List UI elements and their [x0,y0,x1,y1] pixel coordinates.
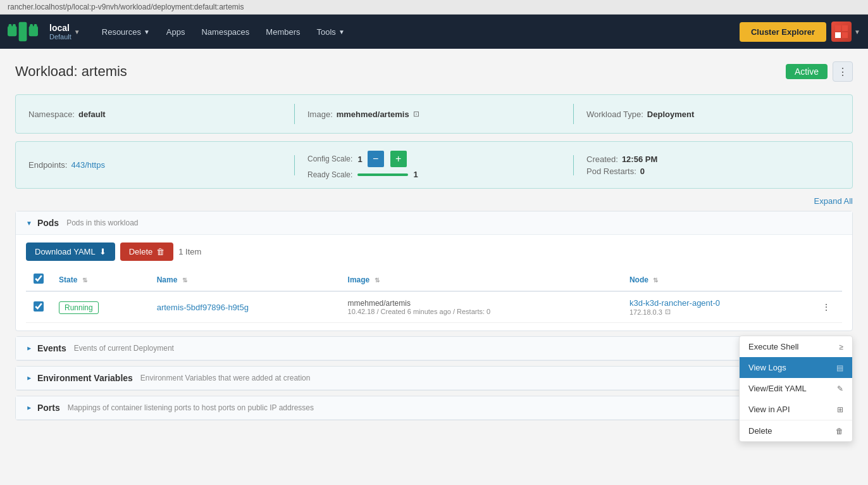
trash-icon: 🗑 [156,247,164,256]
workload-info-card: Namespace: default Image: mmehmed/artemi… [15,94,853,134]
sort-icon: ⇅ [653,277,658,284]
copy-icon[interactable]: ⊡ [665,308,671,316]
state-column-header[interactable]: State ⇅ [51,268,149,291]
ports-section: ▼ Ports Mappings of container listening … [15,396,853,420]
delete-label: Delete [748,426,831,436]
nav-cluster-name: local [49,23,71,33]
events-chevron-icon: ▼ [25,345,32,351]
context-menu: Execute Shell ≥ View Logs ▤ View/Edit YA… [739,336,853,438]
ports-chevron-icon: ▼ [25,405,32,411]
nav-cluster-selector[interactable]: local Default ▼ [43,19,87,44]
row-checkbox[interactable] [34,301,44,312]
scale-controls: Config Scale: 1 − + Ready Scale: 1 [307,151,418,179]
pods-body: Download YAML ⬇ Delete 🗑 1 Item [16,235,852,331]
name-column-header[interactable]: Name ⇅ [149,268,340,291]
svg-rect-7 [835,25,841,31]
scale-plus-button[interactable]: + [390,151,407,167]
copy-icon[interactable]: ⊡ [413,110,419,118]
pods-section-header[interactable]: ▼ Pods Pods in this workload [16,211,852,235]
nav-items: Resources ▼ Apps Namespaces Members Tool… [94,23,740,41]
namespace-cell: Namespace: default [28,110,294,119]
top-nav: local Default ▼ Resources ▼ Apps Namespa… [0,15,868,49]
ports-section-title: Ports [37,403,60,413]
pod-name-link[interactable]: artemis-5bdf97896-h9t5g [157,303,249,312]
table-row: Running artemis-5bdf97896-h9t5g mmehmed/… [26,291,842,323]
namespace-label: Namespace: [28,110,75,119]
env-vars-section-title: Environment Variables [37,373,133,383]
expand-all-row: Expand All [15,196,853,206]
svg-rect-3 [9,24,12,28]
page-title-actions: Active ⋮ [786,61,853,82]
cluster-explorer-button[interactable]: Cluster Explorer [740,22,826,42]
rancher-logo [8,22,38,42]
svg-rect-5 [30,24,33,28]
running-status-badge: Running [59,301,99,314]
page-title-row: Workload: artemis Active ⋮ [15,61,853,82]
user-chevron-icon[interactable]: ▼ [854,28,860,35]
download-yaml-button[interactable]: Download YAML ⬇ [26,242,115,261]
context-menu-execute-shell[interactable]: Execute Shell ≥ [740,336,852,357]
more-actions-button[interactable]: ⋮ [833,61,853,82]
row-actions-cell[interactable]: ⋮ [810,291,842,323]
view-api-label: View in API [748,405,832,414]
pods-section-title: Pods [37,218,59,228]
scale-minus-button[interactable]: − [368,151,384,167]
svg-rect-4 [13,24,16,28]
config-scale-label: Config Scale: [307,154,352,163]
nav-item-apps[interactable]: Apps [159,23,193,41]
select-all-header[interactable] [26,268,51,291]
workload-type-cell: Workload Type: Deployment [574,110,840,119]
events-section-title: Events [37,343,66,353]
created-label: Created: [586,154,618,164]
row-checkbox-cell[interactable] [26,291,51,323]
image-cell: Image: mmehmed/artemis ⊡ [295,110,573,119]
delete-button[interactable]: Delete 🗑 [120,242,174,261]
image-column-header[interactable]: Image ⇅ [340,268,622,291]
row-actions-button[interactable]: ⋮ [818,301,834,313]
context-menu-view-edit-yaml[interactable]: View/Edit YAML ✎ [740,378,852,399]
chevron-down-icon: ▼ [144,28,150,35]
expand-all-button[interactable]: Expand All [814,196,853,206]
node-name-link[interactable]: k3d-k3d-rancher-agent-0 [629,298,720,308]
pods-table: State ⇅ Name ⇅ Image ⇅ Node [26,268,842,323]
context-menu-delete[interactable]: Delete 🗑 [740,420,852,438]
workload-type-label: Workload Type: [586,110,643,119]
sort-icon: ⇅ [82,277,87,284]
node-column-header[interactable]: Node ⇅ [622,268,810,291]
view-edit-yaml-label: View/Edit YAML [748,384,832,393]
context-menu-view-logs[interactable]: View Logs ▤ [740,357,852,378]
actions-column-header [810,268,842,291]
status-badge: Active [786,64,828,79]
pod-restarts-value: 0 [640,167,645,176]
user-avatar[interactable] [831,22,852,42]
svg-rect-10 [842,32,848,38]
context-menu-view-api[interactable]: View in API ⊞ [740,399,852,420]
created-value: 12:56 PM [622,154,657,164]
nav-item-tools[interactable]: Tools ▼ [309,23,352,41]
image-name: mmehmed/artemis [348,299,614,308]
config-scale-line: Config Scale: 1 − + [307,151,407,167]
workload-type-value: Deployment [647,110,694,119]
created-cell: Created: 12:56 PM Pod Restarts: 0 [574,154,840,176]
pods-chevron-icon: ▼ [26,220,32,227]
ready-scale-value: 1 [413,170,418,179]
svg-rect-8 [842,25,848,31]
pod-name-cell[interactable]: artemis-5bdf97896-h9t5g [149,291,340,323]
ready-scale-label: Ready Scale: [307,170,352,179]
env-vars-section-header[interactable]: ▼ Environment Variables Environment Vari… [16,367,852,390]
cluster-chevron-icon: ▼ [74,28,80,35]
nav-item-resources[interactable]: Resources ▼ [94,23,158,41]
events-section-header[interactable]: ▼ Events Events of current Deployment [16,337,852,360]
logs-icon: ▤ [836,363,843,372]
main-content: Workload: artemis Active ⋮ Namespace: de… [0,49,868,438]
nav-item-members[interactable]: Members [258,23,307,41]
endpoints-value[interactable]: 443/https [71,160,105,170]
select-all-checkbox[interactable] [34,274,44,284]
env-vars-section-subtitle: Environment Variables that were added at… [140,374,311,382]
trash-icon: 🗑 [836,427,843,436]
workload-details-card: Endpoints: 443/https Config Scale: 1 − +… [15,141,853,189]
nav-item-namespaces[interactable]: Namespaces [194,23,257,41]
sort-icon: ⇅ [375,277,380,284]
events-section-subtitle: Events of current Deployment [74,344,174,353]
ports-section-header[interactable]: ▼ Ports Mappings of container listening … [16,396,852,420]
